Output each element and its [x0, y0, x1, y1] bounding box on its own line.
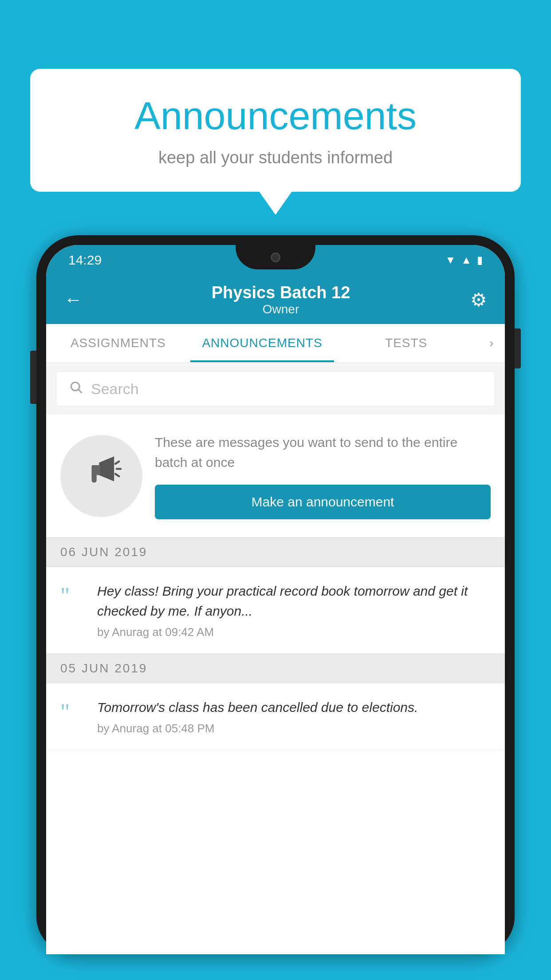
- search-placeholder: Search: [91, 380, 139, 398]
- date-separator-1: 06 JUN 2019: [46, 537, 505, 567]
- promo-description: These are messages you want to send to t…: [155, 432, 491, 472]
- search-icon: [69, 379, 83, 398]
- announcement-text-1: Hey class! Bring your practical record b…: [97, 581, 491, 621]
- camera: [271, 253, 280, 262]
- app-bar: ← Physics Batch 12 Owner ⚙: [46, 275, 505, 324]
- signal-icon: ▲: [461, 254, 472, 266]
- tab-tests[interactable]: TESTS: [334, 324, 478, 362]
- svg-line-1: [79, 390, 82, 393]
- svg-point-0: [71, 382, 79, 391]
- phone-screen: 14:29 ▼ ▲ ▮ ← Physics Batch 12 Owner ⚙: [46, 245, 505, 954]
- speech-bubble-title: Announcements: [57, 93, 494, 138]
- notch: [236, 245, 315, 269]
- status-bar: 14:29 ▼ ▲ ▮: [46, 245, 505, 275]
- announcement-meta-1: by Anurag at 09:42 AM: [97, 625, 491, 639]
- announcement-item-1[interactable]: " Hey class! Bring your practical record…: [46, 567, 505, 654]
- phone-wrapper: 14:29 ▼ ▲ ▮ ← Physics Batch 12 Owner ⚙: [36, 235, 515, 980]
- svg-line-3: [115, 461, 118, 464]
- svg-line-5: [115, 474, 118, 476]
- phone-outer: 14:29 ▼ ▲ ▮ ← Physics Batch 12 Owner ⚙: [36, 235, 515, 954]
- app-bar-title: Physics Batch 12: [91, 283, 470, 302]
- announcement-item-2[interactable]: " Tomorrow's class has been cancelled du…: [46, 683, 505, 750]
- battery-icon: ▮: [477, 254, 483, 266]
- announcement-meta-2: by Anurag at 05:48 PM: [97, 722, 491, 735]
- search-bar[interactable]: Search: [56, 371, 495, 407]
- speech-bubble-subtitle: keep all your students informed: [57, 148, 494, 167]
- megaphone-icon: [82, 451, 122, 501]
- tab-more[interactable]: ›: [478, 324, 505, 362]
- status-icons: ▼ ▲ ▮: [445, 254, 483, 266]
- announcement-content-1: Hey class! Bring your practical record b…: [97, 581, 491, 639]
- tab-assignments[interactable]: ASSIGNMENTS: [46, 324, 190, 362]
- speech-bubble: Announcements keep all your students inf…: [30, 69, 521, 192]
- speech-bubble-container: Announcements keep all your students inf…: [30, 69, 521, 192]
- promo-right: These are messages you want to send to t…: [155, 432, 491, 519]
- wifi-icon: ▼: [445, 254, 456, 266]
- quote-icon-2: ": [60, 701, 85, 724]
- search-bar-container: Search: [46, 363, 505, 415]
- status-time: 14:29: [68, 253, 102, 268]
- app-bar-title-section: Physics Batch 12 Owner: [91, 283, 470, 316]
- quote-icon-1: ": [60, 585, 85, 608]
- tabs-bar: ASSIGNMENTS ANNOUNCEMENTS TESTS ›: [46, 324, 505, 363]
- announcement-text-2: Tomorrow's class has been cancelled due …: [97, 697, 491, 717]
- announcement-content-2: Tomorrow's class has been cancelled due …: [97, 697, 491, 735]
- tab-announcements[interactable]: ANNOUNCEMENTS: [190, 324, 335, 362]
- svg-rect-2: [91, 465, 100, 475]
- app-bar-subtitle: Owner: [91, 302, 470, 316]
- make-announcement-button[interactable]: Make an announcement: [155, 485, 491, 519]
- megaphone-circle: [60, 435, 142, 517]
- announcement-promo: These are messages you want to send to t…: [46, 415, 505, 537]
- settings-icon[interactable]: ⚙: [470, 289, 487, 311]
- back-button[interactable]: ←: [64, 289, 83, 310]
- date-separator-2: 05 JUN 2019: [46, 654, 505, 683]
